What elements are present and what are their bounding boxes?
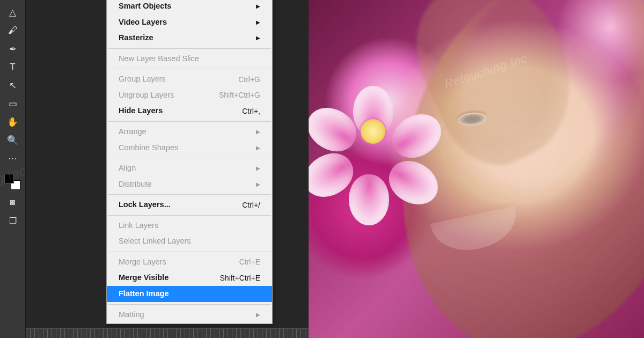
color-swatches[interactable] [3,173,23,193]
zoom-tool-icon: 🔍 [7,135,18,146]
rectangle-tool-icon: ▭ [9,98,17,109]
menu-item-label: Video Layers [119,17,167,28]
menu-separator [108,304,271,305]
quick-mask-tool[interactable]: ◙ [4,195,21,210]
menu-item-label: New Layer Based Slice [119,54,199,64]
type-tool-icon: T [10,62,15,72]
direct-select-tool-icon: ↖ [9,80,17,91]
menu-item-label: Group Layers [119,74,166,85]
menu-separator [108,252,271,252]
submenu-arrow-icon: ▶ [256,128,260,136]
menu-separator [108,121,271,122]
workspace: Smart Objects▶Video Layers▶Rasterize▶New… [26,0,309,338]
screen-mode-tool[interactable]: ❐ [4,213,21,228]
menu-item-group-layers: Group LayersCtrl+G [107,71,272,87]
tools-toolbar: △🖌✒T↖▭✋🔍⋯◙❐ [0,0,26,338]
menu-item-label: Distribute [119,179,151,190]
horizontal-ruler [26,328,309,338]
submenu-arrow-icon: ▶ [256,19,260,26]
menu-item-label: Merge Layers [119,257,166,268]
menu-item-shortcut: Shift+Ctrl+G [219,90,260,100]
canvas-photo: Retouching Inc [309,0,644,338]
menu-item-label: Align [119,163,136,174]
menu-item-shortcut: Ctrl+/ [242,200,260,210]
menu-item-label: Combine Shapes [119,143,178,153]
foreground-color-swatch[interactable] [4,174,14,183]
menu-item-label: Rasterize [119,33,153,43]
flower-decoration [327,86,419,177]
menu-item-label: Hide Layers [119,106,163,116]
submenu-arrow-icon: ▶ [256,3,260,10]
menu-separator [108,69,271,69]
menu-item-distribute: Distribute▶ [107,177,272,193]
submenu-arrow-icon: ▶ [256,34,260,42]
menu-item-rasterize[interactable]: Rasterize▶ [107,30,272,46]
menu-item-matting: Matting▶ [107,307,272,323]
menu-item-shortcut: Shift+Ctrl+E [220,273,260,283]
quick-mask-tool-icon: ◙ [10,197,16,207]
more-tools[interactable]: ⋯ [4,151,21,166]
menu-item-arrange: Arrange▶ [107,124,272,140]
polygon-lasso-tool[interactable]: △ [4,5,21,20]
polygon-lasso-tool-icon: △ [9,7,16,18]
menu-item-label: Matting [119,310,144,320]
menu-item-merge-visible[interactable]: Merge VisibleShift+Ctrl+E [107,270,272,286]
menu-item-shortcut: Ctrl+G [238,75,260,85]
menu-separator [108,48,271,49]
submenu-arrow-icon: ▶ [256,165,260,172]
watermark-text: Retouching Inc [443,52,529,91]
menu-item-combine-shapes: Combine Shapes▶ [107,140,272,156]
menu-item-flatten-image[interactable]: Flatten Image [107,286,272,302]
pen-tool[interactable]: ✒ [4,41,21,56]
hand-tool-icon: ✋ [7,116,18,128]
hand-tool[interactable]: ✋ [4,114,21,129]
submenu-arrow-icon: ▶ [256,181,260,188]
submenu-arrow-icon: ▶ [256,144,260,152]
menu-separator [108,215,271,216]
layer-menu: Smart Objects▶Video Layers▶Rasterize▶New… [106,0,273,324]
rectangle-tool[interactable]: ▭ [4,96,21,111]
menu-item-lock-layers[interactable]: Lock Layers...Ctrl+/ [107,197,272,213]
menu-item-label: Ungroup Layers [119,90,174,101]
menu-item-shortcut: Ctrl+E [239,257,260,267]
zoom-tool[interactable]: 🔍 [4,133,21,148]
screen-mode-tool-icon: ❐ [9,216,17,226]
pen-tool-icon: ✒ [9,43,17,55]
menu-item-align: Align▶ [107,160,272,177]
menu-item-hide-layers[interactable]: Hide LayersCtrl+, [107,103,272,119]
menu-item-label: Select Linked Layers [119,236,191,247]
menu-item-label: Lock Layers... [119,200,171,210]
menu-item-label: Merge Visible [119,273,169,283]
menu-item-shortcut: Ctrl+, [242,106,260,116]
menu-item-merge-layers: Merge LayersCtrl+E [107,254,272,270]
menu-item-ungroup-layers: Ungroup LayersShift+Ctrl+G [107,87,272,104]
menu-item-video-layers[interactable]: Video Layers▶ [107,14,272,31]
brush-tool[interactable]: 🖌 [4,23,21,38]
menu-item-smart-objects[interactable]: Smart Objects▶ [107,0,272,14]
photoshop-panel: △🖌✒T↖▭✋🔍⋯◙❐ Smart Objects▶Video Layers▶R… [0,0,309,338]
menu-item-select-linked-layers: Select Linked Layers [107,233,272,249]
menu-item-label: Link Layers [119,221,158,231]
type-tool[interactable]: T [4,60,21,75]
menu-item-label: Arrange [119,127,147,137]
menu-item-label: Flatten Image [119,289,169,299]
more-tools-icon: ⋯ [8,153,17,164]
menu-item-new-layer-based-slice: New Layer Based Slice [107,51,272,67]
direct-select-tool[interactable]: ↖ [4,78,21,93]
submenu-arrow-icon: ▶ [256,311,260,319]
menu-item-link-layers: Link Layers [107,218,272,234]
brush-tool-icon: 🖌 [8,25,17,36]
menu-item-label: Smart Objects [119,1,171,12]
menu-separator [108,194,271,195]
menu-separator [108,158,271,158]
